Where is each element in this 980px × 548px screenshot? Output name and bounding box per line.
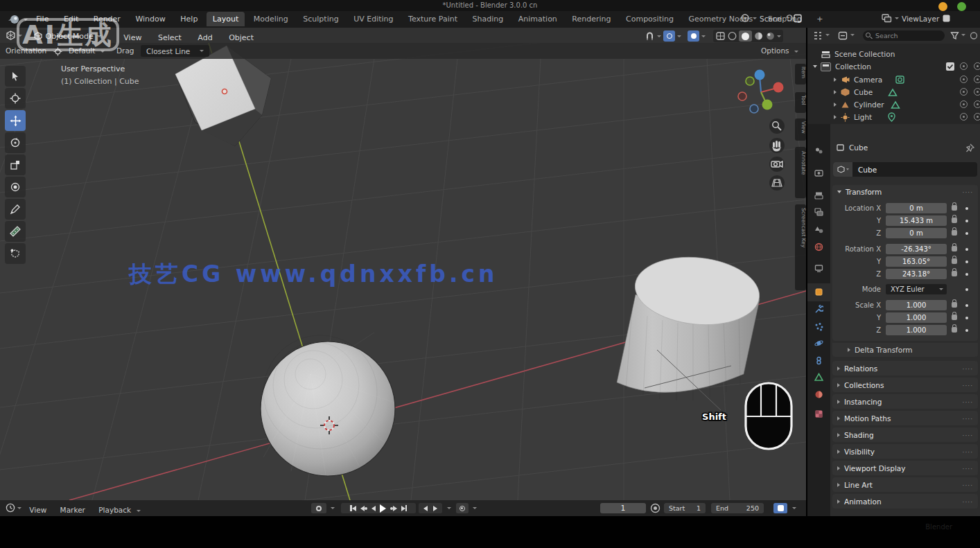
outliner-search-input[interactable]: Search [863,30,945,41]
pin-icon[interactable] [965,143,974,152]
cube-hide-eye-icon[interactable] [960,88,968,96]
panel-line-art[interactable]: Line Art···· [832,477,978,492]
location-y-animate-dot[interactable] [965,220,968,222]
location-y-lock-icon[interactable] [952,218,957,223]
proportional-options-caret[interactable] [677,35,681,37]
workspace-tab-rendering[interactable]: Rendering [566,12,617,26]
workspace-tab-modeling[interactable]: Modeling [247,12,295,26]
view-layer-remove-icon[interactable] [942,14,951,23]
scale-z-field[interactable]: 1.000 [886,325,947,335]
outliner-options-icon[interactable] [970,31,978,40]
tool-scale[interactable] [5,154,26,175]
outliner-row-camera[interactable]: Camera [834,73,980,86]
location-x-field[interactable]: 0 m [886,203,947,213]
tool-annotate[interactable] [5,199,26,220]
collection-expand-arrow[interactable] [813,65,817,68]
scale-x-field[interactable]: 1.000 [886,300,947,310]
outliner-row-cube[interactable]: Cube [834,86,980,98]
workspace-tab-compositing[interactable]: Compositing [620,12,680,26]
workspace-tab-animation[interactable]: Animation [512,12,563,26]
panel-relations[interactable]: Relations···· [832,361,978,375]
panel-visibility[interactable]: Visibility···· [832,444,978,459]
maximize-button[interactable] [957,2,966,11]
tab-output[interactable] [814,191,823,200]
workspace-tab-shading[interactable]: Shading [466,12,510,26]
panel-animation[interactable]: Animation···· [832,494,978,509]
tool-move[interactable] [5,110,26,131]
scale-y-field[interactable]: 1.000 [886,312,947,323]
timeline-menu-view[interactable]: View [24,503,52,517]
scale-y-lock-icon[interactable] [952,315,957,320]
cylinder-hide-eye-icon[interactable] [960,100,968,108]
rotation-y-lock-icon[interactable] [952,258,957,264]
cylinder-render-icon[interactable] [974,100,980,108]
next-keyframe-button[interactable] [390,506,397,511]
workspace-tab-texture-paint[interactable]: Texture Paint [402,12,464,26]
panel-collections[interactable]: Collections···· [832,378,978,392]
outliner-row-cylinder[interactable]: Cylinder [834,98,980,111]
tool-options-dropdown[interactable]: Options [761,46,798,55]
outliner-editor-icon[interactable] [813,31,823,40]
light-expand-arrow[interactable] [834,115,837,119]
light-hide-eye-icon[interactable] [960,113,968,121]
keying-caret[interactable] [331,507,335,509]
gizmo-z-neg[interactable] [750,105,758,113]
menu-help[interactable]: Help [174,11,204,27]
rotation-x-field[interactable]: -26.343° [886,244,947,254]
auto-keying-toggle[interactable] [311,503,326,513]
tool-select-box[interactable] [5,66,26,87]
location-x-animate-dot[interactable] [965,207,968,210]
show-gizmo-toggle[interactable] [688,30,699,42]
play-reverse-button[interactable] [371,506,376,511]
rotation-y-field[interactable]: 163.05° [886,256,947,267]
add-workspace-button[interactable]: + [810,12,829,26]
sync-caret[interactable] [792,507,796,509]
gizmo-y-axis[interactable] [762,100,773,110]
filter-caret[interactable] [961,34,965,36]
collection-hide-eye-icon[interactable] [960,62,968,70]
location-z-animate-dot[interactable] [965,232,968,235]
mode-animate-dot[interactable] [965,288,968,291]
collection-render-icon[interactable] [974,62,980,70]
panel-motion-paths[interactable]: Motion Paths···· [832,411,978,425]
snap-options-caret[interactable] [657,35,661,37]
tool-rotate[interactable] [5,132,26,153]
collection-checkbox[interactable] [946,62,954,71]
prev-keyframe-button[interactable] [360,506,367,511]
rotation-z-field[interactable]: 243.18° [886,269,947,279]
outliner-display-caret[interactable] [850,34,855,36]
next-frame-button[interactable] [433,506,437,511]
rotation-x-lock-icon[interactable] [952,246,957,251]
shading-rendered-icon[interactable] [765,31,776,41]
gizmo-z-axis[interactable] [755,70,765,80]
jump-to-start-button[interactable] [350,505,356,511]
frame-step-caret[interactable] [447,507,451,509]
tab-view-layer[interactable] [814,208,823,217]
overlays-toggle-icon[interactable] [715,31,726,41]
location-z-lock-icon[interactable] [952,230,957,236]
cube-expand-arrow[interactable] [834,90,837,94]
timeline-menu-marker[interactable]: Marker [55,503,91,517]
workspace-tab-uv-editing[interactable]: UV Editing [347,12,399,26]
tool-measure[interactable] [5,221,26,242]
tab-object-data[interactable] [814,373,823,382]
sync-button[interactable] [773,503,787,513]
camera-expand-arrow[interactable] [834,78,837,82]
scene-action-icons[interactable] [785,14,803,23]
scale-z-lock-icon[interactable] [952,327,957,333]
object-name-field[interactable]: Cube [833,162,977,177]
tab-tool[interactable] [814,146,823,155]
light-render-icon[interactable] [974,113,980,121]
viewport-canvas[interactable]: 技艺CG www.qdnxxfb.cn User Perspective (1)… [0,43,806,500]
tab-constraints[interactable] [814,356,823,365]
gizmo-x-neg[interactable] [738,92,746,100]
location-x-lock-icon[interactable] [952,205,957,211]
play-button[interactable] [380,504,386,513]
cube-render-icon[interactable] [974,88,980,96]
location-y-field[interactable]: 15.433 m [886,215,947,226]
gizmo-options-caret[interactable] [701,35,706,37]
panel-instancing[interactable]: Instancing···· [832,394,978,409]
timeline-editor-button[interactable] [6,503,21,513]
scale-z-animate-dot[interactable] [965,329,968,332]
snap-magnet-icon[interactable] [645,31,655,42]
